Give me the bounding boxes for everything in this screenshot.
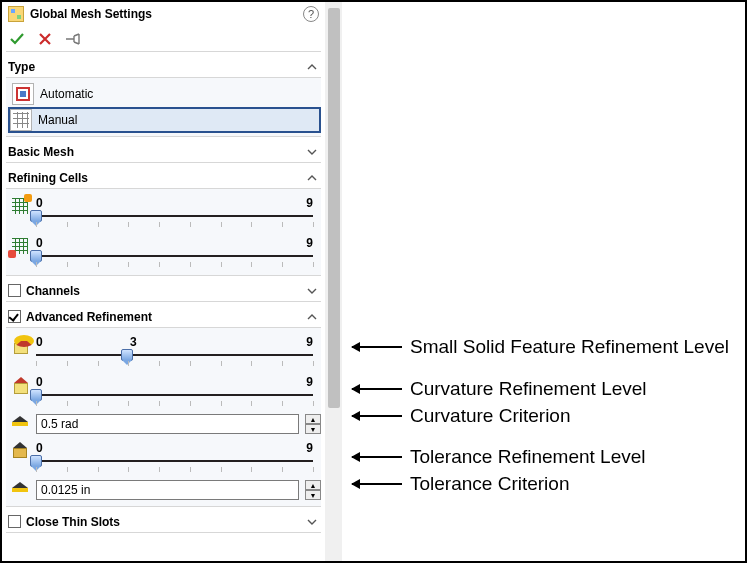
slider2-max: 9 (306, 236, 313, 250)
panel-title: Global Mesh Settings (30, 7, 303, 21)
tolerance-criterion-icon (10, 480, 30, 500)
spinner-down-icon[interactable]: ▼ (305, 490, 321, 500)
small-solid-slider[interactable] (36, 351, 313, 369)
group-header-basic-mesh[interactable]: Basic Mesh (6, 141, 321, 163)
tolerance-criterion-row: ▲ ▼ (10, 477, 321, 503)
group-header-advanced-refinement[interactable]: Advanced Refinement (6, 306, 321, 328)
group-label-basic-mesh: Basic Mesh (8, 145, 74, 159)
curvature-level-icon (10, 375, 30, 395)
annotation-curvature-level: Curvature Refinement Level (352, 378, 647, 400)
spinner-down-icon[interactable]: ▼ (305, 424, 321, 434)
type-option-automatic[interactable]: Automatic (10, 81, 321, 107)
cancel-button[interactable] (36, 30, 54, 48)
confirm-toolbar (6, 26, 321, 52)
group-label-channels: Channels (26, 284, 80, 298)
group-label-advanced-refinement: Advanced Refinement (26, 310, 152, 324)
refining-slider-2: 0 9 (10, 232, 321, 272)
curvature-criterion-icon (10, 414, 30, 434)
slider2-track[interactable] (36, 252, 313, 270)
mesh-icon (8, 6, 24, 22)
small-solid-icon (10, 335, 30, 355)
refine-icon-2 (10, 236, 30, 256)
settings-panel: Global Mesh Settings ? Type (2, 2, 342, 561)
refine-icon-1 (10, 196, 30, 216)
group-body-advanced-refinement: 0 3 9 0 9 (6, 328, 321, 507)
tolerance-level-icon (10, 441, 30, 461)
curvature-criterion-spinner[interactable]: ▲ ▼ (305, 414, 321, 434)
tol-level-min: 0 (36, 441, 43, 455)
annotation-curvature-criterion: Curvature Criterion (352, 405, 571, 427)
group-label-refining-cells: Refining Cells (8, 171, 88, 185)
refining-slider-1: 0 9 (10, 192, 321, 232)
curv-level-min: 0 (36, 375, 43, 389)
chevron-up-icon (305, 310, 319, 324)
type-option-manual[interactable]: Manual (8, 107, 321, 133)
chevron-up-icon (305, 171, 319, 185)
advanced-refinement-checkbox[interactable] (8, 310, 21, 323)
group-body-refining-cells: 0 9 0 9 (6, 189, 321, 276)
curvature-criterion-input[interactable] (36, 414, 299, 434)
tol-level-max: 9 (306, 441, 313, 455)
annotation-tolerance-criterion: Tolerance Criterion (352, 473, 569, 495)
manual-icon (10, 109, 32, 131)
tolerance-level-row: 0 9 (10, 437, 321, 477)
curv-level-max: 9 (306, 375, 313, 389)
group-header-refining-cells[interactable]: Refining Cells (6, 167, 321, 189)
group-label-type: Type (8, 60, 35, 74)
help-icon[interactable]: ? (303, 6, 319, 22)
frame: Global Mesh Settings ? Type (0, 0, 747, 563)
apply-button[interactable] (8, 30, 26, 48)
pin-button[interactable] (64, 30, 82, 48)
small-solid-min: 0 (36, 335, 43, 349)
automatic-icon (12, 83, 34, 105)
tolerance-criterion-input[interactable] (36, 480, 299, 500)
curvature-level-slider[interactable] (36, 391, 313, 409)
tolerance-level-slider[interactable] (36, 457, 313, 475)
small-solid-mid: 3 (130, 335, 137, 349)
curvature-level-row: 0 9 (10, 371, 321, 411)
group-header-close-thin-slots[interactable]: Close Thin Slots (6, 511, 321, 533)
manual-label: Manual (38, 113, 77, 127)
channels-checkbox[interactable] (8, 284, 21, 297)
slider1-min: 0 (36, 196, 43, 210)
small-solid-slider-row: 0 3 9 (10, 331, 321, 371)
group-header-type[interactable]: Type (6, 56, 321, 78)
slider1-track[interactable] (36, 212, 313, 230)
chevron-down-icon (305, 284, 319, 298)
chevron-down-icon (305, 145, 319, 159)
scrollbar[interactable] (325, 2, 342, 561)
group-header-channels[interactable]: Channels (6, 280, 321, 302)
chevron-down-icon (305, 515, 319, 529)
spinner-up-icon[interactable]: ▲ (305, 480, 321, 490)
close-thin-slots-checkbox[interactable] (8, 515, 21, 528)
small-solid-max: 9 (306, 335, 313, 349)
group-body-type: Automatic Manual (6, 78, 321, 137)
annotation-tolerance-level: Tolerance Refinement Level (352, 446, 646, 468)
tolerance-criterion-spinner[interactable]: ▲ ▼ (305, 480, 321, 500)
scrollbar-thumb[interactable] (328, 8, 340, 408)
curvature-criterion-row: ▲ ▼ (10, 411, 321, 437)
chevron-up-icon (305, 60, 319, 74)
title-bar: Global Mesh Settings ? (6, 2, 321, 26)
automatic-label: Automatic (40, 87, 93, 101)
spinner-up-icon[interactable]: ▲ (305, 414, 321, 424)
slider1-max: 9 (306, 196, 313, 210)
annotation-small-solid: Small Solid Feature Refinement Level (352, 336, 729, 358)
group-label-close-thin-slots: Close Thin Slots (26, 515, 120, 529)
slider2-min: 0 (36, 236, 43, 250)
